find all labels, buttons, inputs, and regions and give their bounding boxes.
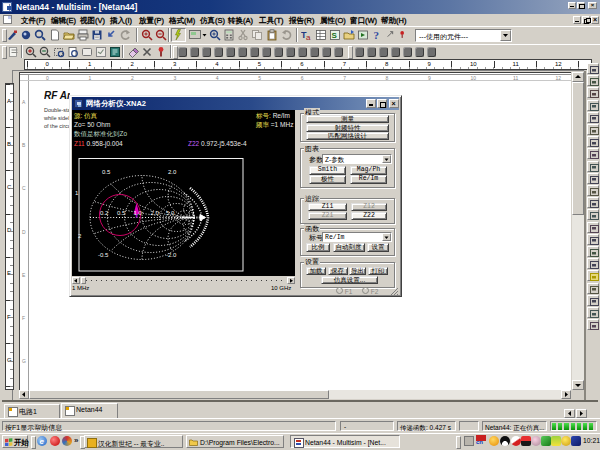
svg-text:0.5: 0.5 [102, 169, 111, 175]
svg-text:-0.5: -0.5 [98, 252, 109, 258]
svg-text:5.0: 5.0 [166, 210, 175, 216]
svg-text:1: 1 [75, 190, 79, 196]
svg-text:2.0: 2.0 [168, 169, 177, 175]
svg-text:0.2: 0.2 [100, 210, 109, 216]
svg-text:S: S [332, 31, 338, 40]
svg-text:-2.0: -2.0 [166, 252, 177, 258]
svg-text:2: 2 [78, 233, 82, 239]
svg-text:1.0: 1.0 [134, 210, 143, 216]
svg-text:2.0: 2.0 [151, 210, 160, 216]
svg-text:0.5: 0.5 [117, 210, 126, 216]
svg-text:a: a [306, 33, 311, 41]
svg-text:?: ? [374, 29, 380, 41]
